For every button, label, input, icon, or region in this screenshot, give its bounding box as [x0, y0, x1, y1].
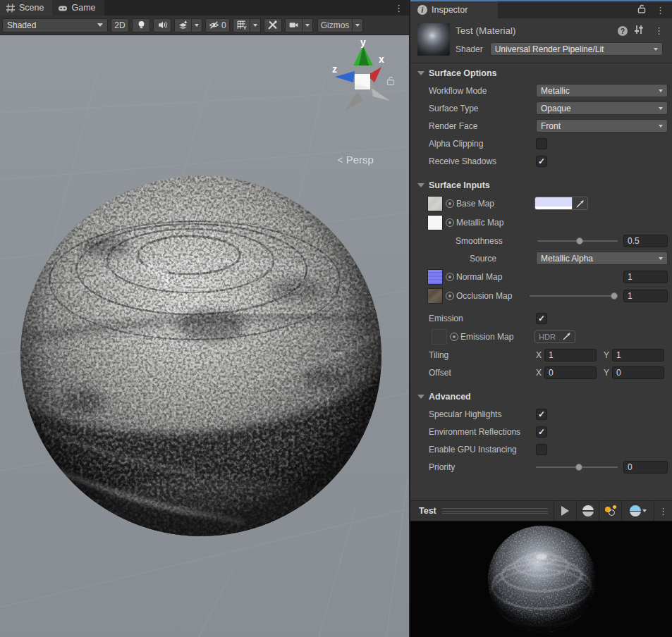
preview-render [410, 521, 672, 637]
preview-menu-button[interactable]: ⋮ [654, 501, 672, 521]
alpha-clipping-checkbox[interactable]: ✓ [536, 138, 547, 149]
effects-group [174, 18, 202, 32]
lightbulb-icon [136, 20, 147, 30]
effects-toggle-button[interactable] [175, 19, 191, 32]
lights-icon [604, 505, 617, 517]
normal-map-field[interactable]: 1 [623, 271, 668, 283]
eye-off-icon [209, 20, 219, 30]
object-picker-icon[interactable] [446, 273, 454, 281]
priority-slider[interactable] [536, 462, 618, 473]
eyedropper-icon[interactable] [572, 197, 587, 209]
scene-render: y x z [0, 35, 409, 637]
chevron-down-icon [253, 24, 257, 27]
grid-toggle-button[interactable]: Y [233, 19, 250, 32]
scene-viewport[interactable]: y x z < Persp [0, 35, 409, 637]
priority-field[interactable]: 0 [623, 461, 668, 474]
surface-inputs-header[interactable]: Surface Inputs [410, 177, 672, 194]
view-lock-icon[interactable] [386, 76, 395, 87]
camera-icon [288, 20, 299, 30]
chevron-down-icon [659, 107, 663, 110]
lighting-toggle-button[interactable] [132, 18, 150, 32]
smoothness-field[interactable]: 0.5 [623, 235, 668, 247]
emission-checkbox[interactable]: ✓ [536, 313, 547, 324]
emission-row: Emission ✓ [410, 309, 672, 327]
chevron-down-icon [642, 509, 647, 512]
object-picker-icon[interactable] [450, 333, 458, 341]
source-dropdown[interactable]: Metallic Alpha [536, 252, 668, 265]
tab-inspector[interactable]: i Inspector [410, 1, 498, 18]
offset-y-field[interactable]: 0 [612, 366, 664, 379]
camera-button[interactable] [286, 19, 302, 32]
metallic-map-thumbnail[interactable] [427, 215, 443, 230]
occlusion-strength-slider[interactable] [530, 290, 618, 302]
inspector-tabbar: i Inspector ⋮ [410, 1, 672, 18]
scene-menu-icon[interactable]: ⋮ [390, 0, 408, 16]
orientation-gizmo: y x z [332, 37, 390, 111]
projection-label: Persp [346, 154, 374, 166]
shader-dropdown[interactable]: Universal Render Pipeline/Lit [490, 42, 663, 56]
normal-map-thumbnail[interactable] [427, 269, 443, 285]
scene-grid-icon [6, 3, 16, 13]
occlusion-map-thumbnail[interactable] [427, 288, 443, 304]
emission-map-row: Emission Map HDR [410, 327, 672, 346]
tools-button[interactable] [264, 18, 282, 32]
preview-play-button[interactable] [554, 501, 576, 521]
tab-game[interactable]: Game [52, 0, 104, 16]
grid-dropdown[interactable] [250, 19, 260, 32]
preview-lighting-button[interactable] [599, 501, 621, 521]
smoothness-slider[interactable] [537, 235, 618, 247]
material-preview[interactable] [410, 521, 672, 637]
specular-highlights-checkbox[interactable]: ✓ [536, 409, 547, 420]
surface-type-dropdown[interactable]: Opaque [536, 101, 668, 115]
material-thumbnail[interactable] [417, 23, 450, 56]
inspector-menu-icon[interactable]: ⋮ [652, 5, 669, 16]
chevron-down-icon [654, 48, 658, 51]
emission-color-field[interactable]: HDR [534, 330, 575, 343]
receive-shadows-checkbox[interactable]: ✓ [536, 156, 547, 167]
environment-reflections-checkbox[interactable]: ✓ [536, 426, 547, 438]
preview-drag-handle[interactable] [442, 508, 548, 514]
smoothness-row: Smoothness 0.5 [410, 232, 672, 249]
material-header: Test (Material) ? ⋮ Shader Universal Ren… [410, 18, 672, 63]
svg-text:y: y [360, 37, 366, 48]
effects-dropdown[interactable] [191, 19, 202, 32]
gpu-instancing-row: Enable GPU Instancing ✓ [410, 440, 672, 458]
gizmos-button[interactable]: Gizmos [318, 19, 353, 32]
presets-icon[interactable] [634, 25, 644, 37]
workflow-mode-dropdown[interactable]: Metallic [536, 84, 668, 97]
eyedropper-icon[interactable] [563, 332, 571, 342]
help-icon[interactable]: ? [618, 26, 628, 36]
offset-x-field[interactable]: 0 [544, 366, 597, 379]
lock-icon[interactable] [637, 4, 646, 16]
surface-options-header[interactable]: Surface Options [410, 65, 672, 82]
emission-map-thumbnail[interactable] [432, 329, 447, 345]
preview-mesh-button[interactable] [576, 501, 599, 521]
2d-toggle-button[interactable]: 2D [111, 18, 129, 32]
tiling-y-field[interactable]: 1 [612, 349, 664, 361]
hidden-objects-button[interactable]: 0 [205, 18, 230, 32]
gpu-instancing-checkbox[interactable]: ✓ [536, 444, 547, 455]
gizmos-dropdown[interactable] [352, 19, 362, 32]
advanced-header[interactable]: Advanced [410, 388, 672, 405]
preview-header[interactable]: Test ⋮ [410, 500, 672, 521]
tiling-x-field[interactable]: 1 [544, 349, 597, 361]
render-face-row: Render Face Front [410, 117, 672, 135]
chevron-down-icon [305, 24, 310, 27]
svg-text:Y: Y [243, 25, 246, 30]
tab-scene[interactable]: Scene [0, 0, 52, 16]
audio-toggle-button[interactable] [153, 18, 171, 32]
preview-environment-button[interactable] [621, 501, 654, 521]
hidden-count: 0 [221, 20, 226, 30]
occlusion-strength-field[interactable]: 1 [623, 290, 668, 302]
projection-toggle[interactable]: < Persp [337, 154, 374, 166]
object-picker-icon[interactable] [446, 199, 454, 208]
draw-mode-dropdown[interactable]: Shaded [2, 18, 108, 32]
object-picker-icon[interactable] [446, 218, 454, 227]
base-map-color-field[interactable] [534, 197, 588, 210]
camera-dropdown[interactable] [302, 19, 312, 32]
object-picker-icon[interactable] [446, 292, 454, 300]
material-menu-icon[interactable]: ⋮ [650, 25, 668, 36]
base-map-thumbnail[interactable] [427, 196, 443, 211]
chevron-down-icon [659, 89, 663, 92]
render-face-dropdown[interactable]: Front [536, 119, 668, 132]
